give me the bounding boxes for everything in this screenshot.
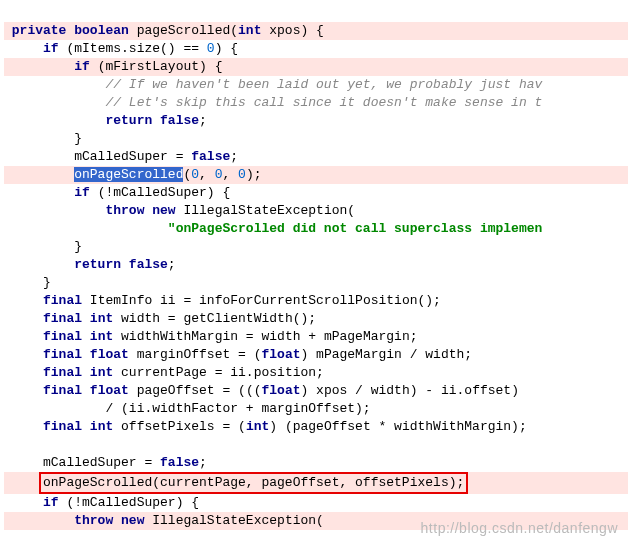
- kw-int: int: [90, 365, 113, 380]
- txt: (!mCalledSuper) {: [90, 185, 230, 200]
- kw-final: final: [43, 383, 82, 398]
- txt: pageOffset = (((: [129, 383, 262, 398]
- kw-float: float: [261, 347, 300, 362]
- txt: ;: [168, 257, 176, 272]
- txt: );: [246, 167, 262, 182]
- kw-false: false: [191, 149, 230, 164]
- kw-final: final: [43, 365, 82, 380]
- kw-final: final: [43, 347, 82, 362]
- comment: // Let's skip this call since it doesn't…: [105, 95, 542, 110]
- num: 0: [207, 41, 215, 56]
- txt: (!mCalledSuper) {: [59, 495, 199, 510]
- kw-throw: throw: [74, 513, 113, 528]
- kw-int: int: [90, 329, 113, 344]
- txt: ;: [199, 455, 207, 470]
- txt: offsetPixels = (: [113, 419, 246, 434]
- txt: ;: [230, 149, 238, 164]
- txt: ItemInfo ii = infoForCurrentScrollPositi…: [82, 293, 441, 308]
- highlight-box: onPageScrolled(currentPage, pageOffset, …: [39, 472, 468, 494]
- string: "onPageScrolled did not call superclass …: [168, 221, 542, 236]
- kw-final: final: [43, 293, 82, 308]
- kw-if: if: [43, 495, 59, 510]
- txt: / (ii.widthFactor + marginOffset);: [105, 401, 370, 416]
- txt: mCalledSuper =: [74, 149, 191, 164]
- code-line: onPageScrolled(0, 0, 0);: [4, 166, 628, 184]
- kw-float: float: [90, 347, 129, 362]
- txt: widthWithMargin = width + mPageMargin;: [113, 329, 417, 344]
- kw-throw: throw: [105, 203, 144, 218]
- num: 0: [238, 167, 246, 182]
- brace: }: [74, 131, 82, 146]
- txt: IllegalStateException(: [144, 513, 323, 528]
- code-line: throw new IllegalStateException(: [4, 512, 628, 530]
- selection-onpagescrolled[interactable]: onPageScrolled: [74, 167, 183, 182]
- code-line: private boolean pageScrolled(int xpos) {: [4, 22, 628, 40]
- txt: ) xpos / width) - ii.offset): [301, 383, 519, 398]
- kw-int: int: [90, 419, 113, 434]
- txt: marginOffset = (: [129, 347, 262, 362]
- kw-final: final: [43, 419, 82, 434]
- kw-false: false: [160, 113, 199, 128]
- txt: mCalledSuper =: [43, 455, 160, 470]
- code-line-highlight: onPageScrolled(currentPage, pageOffset, …: [4, 472, 628, 494]
- txt: IllegalStateException(: [176, 203, 355, 218]
- kw-return: return: [105, 113, 152, 128]
- kw-final: final: [43, 311, 82, 326]
- txt: width = getClientWidth();: [113, 311, 316, 326]
- brace: }: [74, 239, 82, 254]
- txt: pageScrolled(: [129, 23, 238, 38]
- txt: currentPage = ii.position;: [113, 365, 324, 380]
- kw-float: float: [90, 383, 129, 398]
- brace: }: [43, 275, 51, 290]
- kw-if: if: [74, 59, 90, 74]
- kw-new: new: [152, 203, 175, 218]
- kw-false: false: [160, 455, 199, 470]
- kw-int: int: [246, 419, 269, 434]
- kw-float: float: [261, 383, 300, 398]
- txt: ;: [199, 113, 207, 128]
- kw-private: private: [12, 23, 67, 38]
- code-block: private boolean pageScrolled(int xpos) {…: [0, 0, 628, 534]
- code-line: if (mFirstLayout) {: [4, 58, 628, 76]
- kw-int: int: [90, 311, 113, 326]
- txt: (mFirstLayout) {: [90, 59, 223, 74]
- txt: ) (pageOffset * widthWithMargin);: [269, 419, 526, 434]
- txt: (mItems.size() ==: [59, 41, 207, 56]
- txt: ,: [199, 167, 215, 182]
- kw-return: return: [74, 257, 121, 272]
- kw-false: false: [129, 257, 168, 272]
- txt: ,: [222, 167, 238, 182]
- txt: onPageScrolled(currentPage, pageOffset, …: [43, 475, 464, 490]
- txt: ) mPageMargin / width;: [301, 347, 473, 362]
- kw-final: final: [43, 329, 82, 344]
- kw-int: int: [238, 23, 261, 38]
- kw-if: if: [74, 185, 90, 200]
- txt: ) {: [215, 41, 238, 56]
- txt: xpos) {: [261, 23, 323, 38]
- code-viewport: private boolean pageScrolled(int xpos) {…: [0, 0, 628, 543]
- num: 0: [191, 167, 199, 182]
- kw-boolean: boolean: [74, 23, 129, 38]
- comment: // If we haven't been laid out yet, we p…: [105, 77, 542, 92]
- kw-if: if: [43, 41, 59, 56]
- kw-new: new: [121, 513, 144, 528]
